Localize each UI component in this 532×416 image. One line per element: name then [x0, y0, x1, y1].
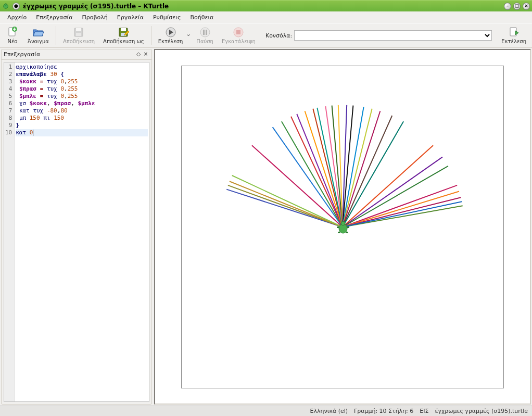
save-button[interactable]: Αποθήκευση [59, 25, 98, 46]
dock-title: Επεξεργασία [4, 51, 135, 58]
svg-line-17 [226, 190, 343, 227]
open-label: Άνοιγμα [28, 39, 49, 44]
editor-dock: Επεξεργασία ◇ × 12345678910 αρχικοποίησε… [1, 49, 152, 405]
svg-rect-15 [236, 30, 240, 34]
toolbar: Νέο Άνοιγμα Αποθήκευση Αποθήκευση ως Εκτ… [0, 23, 532, 48]
menu-file[interactable]: Αρχείο [3, 13, 31, 22]
saveas-icon [118, 27, 129, 38]
svg-line-20 [232, 175, 343, 227]
saveas-button[interactable]: Αποθήκευση ως [99, 25, 148, 46]
svg-point-48 [341, 221, 345, 225]
pause-label: Παύση [196, 39, 213, 44]
minimize-button[interactable]: – [504, 3, 511, 10]
main-area: Επεξεργασία ◇ × 12345678910 αρχικοποίησε… [0, 48, 532, 406]
svg-line-23 [282, 121, 343, 227]
open-folder-icon [32, 27, 44, 38]
svg-rect-50 [347, 226, 349, 228]
turtle-sprite [336, 220, 350, 235]
app-icon [2, 3, 9, 10]
console-group: Κονσόλα: [265, 30, 492, 41]
svg-rect-49 [337, 226, 339, 228]
title-bar: ● έγχρωμες γραμμές (σ195).turtle – KTurt… [0, 0, 532, 11]
svg-rect-52 [346, 232, 348, 233]
svg-rect-6 [76, 33, 81, 36]
line-gutter: 12345678910 [4, 62, 15, 401]
menu-edit[interactable]: Επεξεργασία [32, 13, 77, 22]
menu-tools[interactable]: Εργαλεία [113, 13, 148, 22]
svg-rect-12 [203, 30, 205, 35]
execute-icon [508, 27, 520, 38]
svg-rect-13 [206, 30, 207, 35]
status-bar: Ελληνικά (el) Γραμμή: 10 Στήλη: 6 ΕΙΣ έγ… [0, 406, 532, 416]
toolbar-separator [56, 26, 56, 45]
svg-line-27 [313, 109, 343, 227]
play-icon [165, 27, 176, 38]
status-position: Γραμμή: 10 Στήλη: 6 [354, 408, 413, 414]
turtle-canvas [181, 66, 504, 388]
new-label: Νέο [7, 39, 17, 44]
console-label: Κονσόλα: [265, 32, 292, 39]
new-file-icon [7, 27, 18, 38]
toolbar-separator [151, 26, 151, 45]
code-editor[interactable]: 12345678910 αρχικοποίησεεπανάλαβε 30 { $… [4, 62, 149, 402]
chevron-down-icon [186, 33, 191, 37]
svg-rect-5 [76, 28, 81, 31]
saveas-label: Αποθήκευση ως [103, 39, 144, 44]
console-run-label: Εκτέλεση [501, 39, 526, 44]
pause-icon [199, 27, 211, 38]
window-title: έγχρωμες γραμμές (σ195).turtle – KTurtle [23, 3, 504, 10]
status-language: Ελληνικά (el) [310, 408, 348, 414]
svg-rect-8 [121, 28, 126, 31]
menu-settings[interactable]: Ρυθμίσεις [149, 13, 185, 22]
status-mode: ΕΙΣ [420, 408, 428, 414]
svg-line-37 [343, 116, 392, 227]
maximize-button[interactable]: ▢ [513, 3, 521, 10]
svg-rect-51 [338, 232, 340, 233]
console-input[interactable] [294, 30, 492, 41]
svg-line-25 [297, 114, 343, 227]
abort-button[interactable]: Εγκατάλειψη [218, 25, 259, 46]
menu-help[interactable]: Βοήθεια [186, 13, 218, 22]
save-icon [73, 27, 84, 38]
run-label: Εκτέλεση [158, 39, 183, 44]
abort-label: Εγκατάλειψη [222, 39, 256, 44]
run-button[interactable]: Εκτέλεση [155, 25, 187, 46]
svg-point-1 [5, 3, 7, 5]
canvas-wrap [154, 49, 531, 405]
svg-line-18 [228, 185, 343, 227]
pause-button[interactable]: Παύση [193, 25, 217, 46]
titlebar-extra-button[interactable]: ● [12, 3, 20, 10]
new-button[interactable]: Νέο [2, 25, 23, 46]
save-label: Αποθήκευση [63, 39, 95, 44]
svg-line-44 [343, 197, 461, 227]
svg-line-33 [343, 106, 353, 227]
stop-icon [233, 27, 244, 38]
run-dropdown[interactable] [185, 33, 192, 37]
dock-close-button[interactable]: × [142, 51, 149, 58]
dock-float-button[interactable]: ◇ [135, 51, 142, 58]
svg-point-11 [200, 28, 210, 37]
svg-line-19 [230, 181, 343, 227]
dock-header: Επεξεργασία ◇ × [2, 49, 151, 60]
close-button[interactable]: × [523, 3, 530, 10]
menu-bar: Αρχείο Επεξεργασία Προβολή Εργαλεία Ρυθμ… [0, 11, 532, 23]
open-button[interactable]: Άνοιγμα [24, 25, 53, 46]
console-run-button[interactable]: Εκτέλεση [498, 25, 530, 46]
menu-view[interactable]: Προβολή [78, 13, 112, 22]
status-filename: έγχρωμες γραμμές (σ195).turtle [435, 408, 528, 414]
code-body[interactable]: αρχικοποίησεεπανάλαβε 30 { $κοκκ = τυχ 0… [15, 62, 149, 401]
